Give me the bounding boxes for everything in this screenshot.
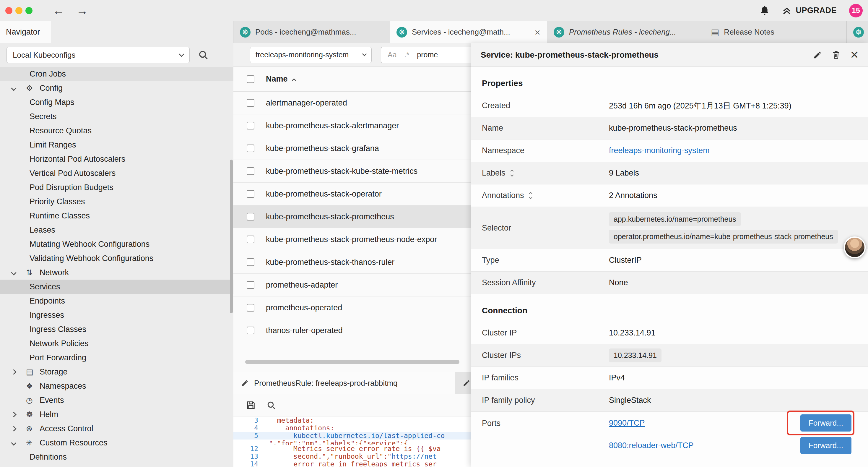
match-case-toggle[interactable]: Aa — [388, 51, 397, 59]
sidebar-item-services[interactable]: Services — [0, 280, 234, 294]
sidebar-item-mutating-webhook-configurations[interactable]: Mutating Webhook Configurations — [0, 237, 234, 251]
editor-line[interactable]: ","for":"nm","labels":{"service":{ — [234, 439, 471, 445]
table-row-alertmanager-operated[interactable]: alertmanager-operated — [234, 92, 471, 114]
row-checkbox[interactable] — [247, 122, 254, 129]
namespace-selector[interactable]: freeleaps-monitoring-system — [250, 47, 372, 63]
user-avatar[interactable] — [844, 236, 866, 258]
chevron-down-icon[interactable] — [12, 271, 26, 274]
name-column-header[interactable]: Name — [266, 75, 296, 84]
row-checkbox[interactable] — [247, 213, 254, 221]
editor-line[interactable]: 12 Metrics service error rate is {{ $va — [234, 445, 471, 453]
sidebar-item-pod-disruption-budgets[interactable]: Pod Disruption Budgets — [0, 180, 234, 195]
select-all-checkbox[interactable] — [247, 76, 254, 83]
sidebar-item-vertical-pod-autoscalers[interactable]: Vertical Pod Autoscalers — [0, 166, 234, 180]
editor-line[interactable]: 5 kubectl.kubernetes.io/last-applied-co — [234, 432, 471, 439]
back-button[interactable]: ← — [53, 5, 64, 17]
chevron-down-icon[interactable] — [12, 86, 26, 90]
sort-toggle-icon[interactable] — [511, 170, 513, 176]
table-row-prometheus-adapter[interactable]: prometheus-adapter — [234, 274, 471, 296]
table-row-kube-prometheus-stack-thanos-ruler[interactable]: kube-prometheus-stack-thanos-ruler — [234, 251, 471, 274]
table-row-kube-prometheus-stack-kube-state-metrics[interactable]: kube-prometheus-stack-kube-state-metrics — [234, 160, 471, 183]
close-window-button[interactable] — [5, 7, 12, 14]
editor-line[interactable]: 3 metadata: — [234, 416, 471, 424]
editor-tab-prometheusrule[interactable]: PrometheusRule: freeleaps-prod-rabbitmq — [234, 372, 455, 394]
table-row-kube-prometheus-stack-grafana[interactable]: kube-prometheus-stack-grafana — [234, 137, 471, 160]
table-row-prometheus-operated[interactable]: prometheus-operated — [234, 296, 471, 319]
sidebar-item-definitions[interactable]: Definitions — [0, 450, 234, 464]
sidebar-item-storage[interactable]: ▤Storage — [0, 365, 234, 379]
horizontal-scrollbar[interactable] — [245, 360, 459, 364]
tab-services-icecheng-math[interactable]: ☸Services - icecheng@math...× — [390, 21, 547, 43]
row-checkbox[interactable] — [247, 327, 254, 334]
sidebar-scrollbar[interactable] — [230, 159, 233, 313]
sidebar-item-namespaces[interactable]: ❖Namespaces — [0, 379, 234, 393]
chevron-down-icon[interactable] — [12, 441, 26, 445]
kubeconfig-selector[interactable]: Local Kubeconfigs — [6, 47, 190, 63]
row-checkbox[interactable] — [247, 281, 254, 289]
row-checkbox[interactable] — [247, 258, 254, 266]
row-checkbox[interactable] — [247, 167, 254, 175]
editor-line[interactable]: 4 annotations: — [234, 424, 471, 432]
table-row-kube-prometheus-stack-prometheus[interactable]: kube-prometheus-stack-prometheus — [234, 205, 471, 228]
sidebar-item-ingresses[interactable]: Ingresses — [0, 308, 234, 322]
table-row-kube-prometheus-stack-alertmanager[interactable]: kube-prometheus-stack-alertmanager — [234, 114, 471, 137]
sidebar-item-helm[interactable]: ☸Helm — [0, 407, 234, 421]
sidebar-search-icon[interactable] — [198, 50, 209, 60]
sidebar-item-port-forwarding[interactable]: Port Forwarding — [0, 351, 234, 365]
tab-release-notes[interactable]: ▤Release Notes — [704, 21, 847, 43]
close-tab-icon[interactable]: × — [534, 27, 540, 37]
row-checkbox[interactable] — [247, 236, 254, 243]
table-row-kube-prometheus-stack-prometheus-node-expor[interactable]: kube-prometheus-stack-prometheus-node-ex… — [234, 228, 471, 251]
search-filter-input[interactable]: Aa .* prome — [381, 47, 471, 63]
editor-tab-partial[interactable] — [455, 372, 471, 394]
sidebar-item-events[interactable]: ◷Events — [0, 393, 234, 407]
sidebar-item-cron-jobs[interactable]: Cron Jobs — [0, 67, 234, 81]
notification-count-badge[interactable]: 15 — [849, 4, 863, 18]
tab-argo-se[interactable]: ☸Argo Se — [847, 21, 868, 43]
port-link[interactable]: 8080:reloader-web/TCP — [609, 441, 694, 450]
close-drawer-icon[interactable]: × — [850, 49, 859, 60]
sidebar-item-network-policies[interactable]: Network Policies — [0, 337, 234, 351]
row-checkbox[interactable] — [247, 99, 254, 107]
sort-toggle-icon[interactable] — [529, 193, 532, 199]
row-checkbox[interactable] — [247, 145, 254, 152]
chevron-right-icon[interactable] — [12, 370, 26, 374]
delete-trash-icon[interactable] — [832, 50, 840, 60]
chevron-right-icon[interactable] — [12, 413, 26, 416]
sidebar-item-ingress-classes[interactable]: Ingress Classes — [0, 322, 234, 337]
chevron-right-icon[interactable] — [12, 427, 26, 431]
notifications-bell-icon[interactable] — [760, 5, 770, 16]
sidebar-item-config[interactable]: ⚙Config — [0, 81, 234, 95]
maximize-window-button[interactable] — [25, 7, 32, 14]
sidebar-item-resource-quotas[interactable]: Resource Quotas — [0, 123, 234, 138]
sidebar-item-custom-resources[interactable]: ✳Custom Resources — [0, 436, 234, 450]
sidebar-item-access-control[interactable]: ⊛Access Control — [0, 421, 234, 436]
namespace-link[interactable]: freeleaps-monitoring-system — [609, 146, 710, 155]
regex-toggle[interactable]: .* — [404, 51, 409, 59]
table-row-kube-prometheus-stack-operator[interactable]: kube-prometheus-stack-operator — [234, 183, 471, 205]
row-checkbox[interactable] — [247, 190, 254, 198]
sidebar-item-limit-ranges[interactable]: Limit Ranges — [0, 138, 234, 152]
sidebar-item-validating-webhook-configurations[interactable]: Validating Webhook Configurations — [0, 251, 234, 265]
save-icon[interactable] — [246, 400, 256, 410]
sidebar-item-network[interactable]: ⇅Network — [0, 265, 234, 280]
table-row-thanos-ruler-operated[interactable]: thanos-ruler-operated — [234, 319, 471, 342]
editor-line[interactable]: 14 error rate in freeleaps metrics ser — [234, 460, 471, 467]
editor-line[interactable]: 13 second.","runbook_url":"https://net — [234, 453, 471, 460]
sidebar-item-runtime-classes[interactable]: Runtime Classes — [0, 209, 234, 223]
sidebar-item-leases[interactable]: Leases — [0, 223, 234, 237]
upgrade-button[interactable]: UPGRADE — [782, 6, 837, 16]
editor-search-icon[interactable] — [267, 401, 276, 410]
tab-prometheus-rules-icecheng[interactable]: ☸Prometheus Rules - icecheng... — [547, 21, 704, 43]
forward-button[interactable]: Forward... — [800, 437, 851, 454]
port-link[interactable]: 9090/TCP — [609, 418, 645, 428]
tab-pods-icecheng-mathmas[interactable]: ☸Pods - icecheng@mathmas... — [234, 21, 390, 43]
minimize-window-button[interactable] — [16, 7, 23, 14]
forward-button[interactable]: → — [76, 5, 88, 17]
sidebar-item-horizontal-pod-autoscalers[interactable]: Horizontal Pod Autoscalers — [0, 152, 234, 166]
sidebar-item-priority-classes[interactable]: Priority Classes — [0, 195, 234, 209]
forward-button[interactable]: Forward... — [800, 414, 851, 432]
edit-pencil-icon[interactable] — [813, 51, 822, 59]
sidebar-item-config-maps[interactable]: Config Maps — [0, 95, 234, 109]
yaml-editor[interactable]: 3 metadata:4 annotations:5 kubectl.kuber… — [234, 416, 471, 467]
